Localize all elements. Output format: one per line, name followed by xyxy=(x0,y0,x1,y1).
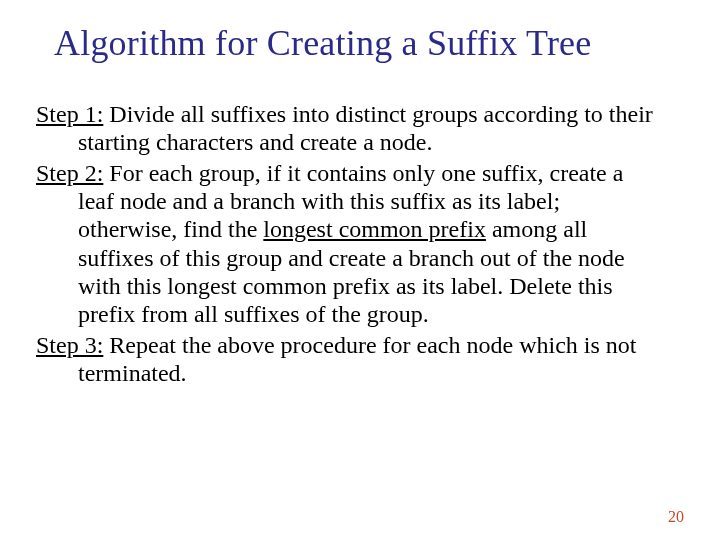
step-2: Step 2: For each group, if it contains o… xyxy=(36,159,664,329)
slide: Algorithm for Creating a Suffix Tree Ste… xyxy=(0,0,720,540)
step-2-label: Step 2: xyxy=(36,160,103,186)
step-1-text: Divide all suffixes into distinct groups… xyxy=(78,101,653,155)
slide-title: Algorithm for Creating a Suffix Tree xyxy=(54,22,680,64)
page-number: 20 xyxy=(668,508,684,526)
slide-body: Step 1: Divide all suffixes into distinc… xyxy=(36,100,664,389)
step-3-label: Step 3: xyxy=(36,332,103,358)
step-3-text: Repeat the above procedure for each node… xyxy=(78,332,636,386)
step-1-label: Step 1: xyxy=(36,101,103,127)
longest-common-prefix-term: longest common prefix xyxy=(263,216,486,242)
step-1: Step 1: Divide all suffixes into distinc… xyxy=(36,100,664,157)
step-3: Step 3: Repeat the above procedure for e… xyxy=(36,331,664,388)
